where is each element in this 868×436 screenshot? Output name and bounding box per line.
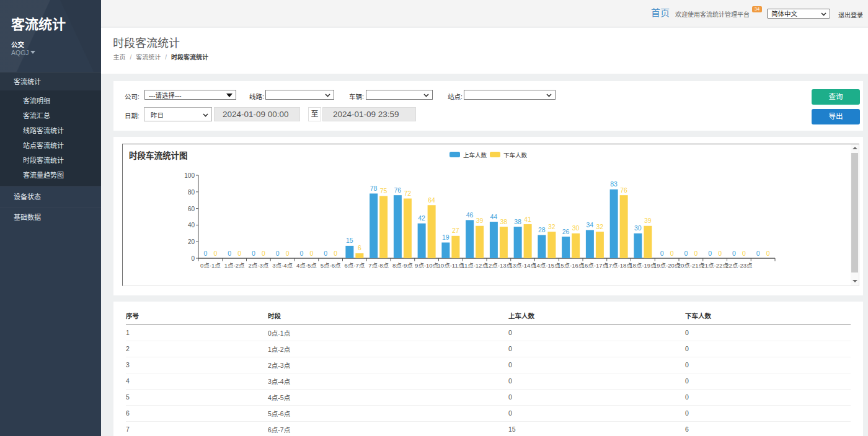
svg-text:19: 19 bbox=[442, 233, 450, 241]
svg-text:15点-16点: 15点-16点 bbox=[557, 262, 585, 269]
svg-text:2点-3点: 2点-3点 bbox=[249, 262, 269, 269]
svg-text:64: 64 bbox=[428, 196, 435, 204]
svg-text:76: 76 bbox=[394, 186, 402, 194]
svg-text:46: 46 bbox=[466, 211, 474, 219]
svg-text:22点-23点: 22点-23点 bbox=[725, 262, 753, 269]
svg-text:8点-9点: 8点-9点 bbox=[392, 262, 413, 269]
svg-text:0: 0 bbox=[309, 250, 313, 257]
svg-text:28: 28 bbox=[538, 226, 546, 233]
svg-text:0: 0 bbox=[742, 250, 746, 257]
svg-text:时段车流统计图: 时段车流统计图 bbox=[129, 150, 188, 160]
svg-text:9点-10点: 9点-10点 bbox=[415, 262, 439, 269]
svg-text:21点-22点: 21点-22点 bbox=[701, 262, 728, 269]
svg-text:19点-20点: 19点-20点 bbox=[653, 262, 681, 269]
svg-text:40: 40 bbox=[188, 222, 195, 229]
svg-text:0: 0 bbox=[213, 250, 217, 257]
svg-text:38: 38 bbox=[514, 218, 521, 225]
svg-text:39: 39 bbox=[644, 217, 652, 224]
svg-text:6点-7点: 6点-7点 bbox=[345, 262, 365, 269]
svg-text:0: 0 bbox=[252, 250, 255, 257]
svg-text:44: 44 bbox=[490, 213, 498, 220]
svg-text:0: 0 bbox=[334, 250, 337, 257]
svg-text:0: 0 bbox=[718, 250, 722, 257]
svg-text:20点-21点: 20点-21点 bbox=[678, 262, 705, 269]
svg-text:13点-14点: 13点-14点 bbox=[509, 262, 536, 269]
svg-text:上车人数: 上车人数 bbox=[463, 152, 487, 159]
svg-text:83: 83 bbox=[610, 180, 618, 188]
svg-text:27: 27 bbox=[452, 227, 459, 234]
svg-text:15: 15 bbox=[346, 237, 353, 244]
svg-text:0: 0 bbox=[694, 250, 698, 257]
svg-text:3点-4点: 3点-4点 bbox=[272, 262, 293, 269]
svg-text:39: 39 bbox=[476, 217, 484, 224]
svg-text:30: 30 bbox=[634, 224, 642, 232]
svg-text:78: 78 bbox=[370, 185, 378, 192]
svg-text:100: 100 bbox=[184, 172, 195, 179]
svg-text:32: 32 bbox=[596, 223, 604, 230]
svg-text:0: 0 bbox=[276, 250, 280, 257]
svg-text:0点-1点: 0点-1点 bbox=[200, 262, 221, 269]
svg-text:72: 72 bbox=[404, 190, 412, 197]
svg-text:0: 0 bbox=[766, 250, 770, 257]
svg-text:1点-2点: 1点-2点 bbox=[224, 262, 245, 269]
svg-text:11点-12点: 11点-12点 bbox=[461, 262, 488, 269]
svg-text:34: 34 bbox=[587, 221, 594, 229]
svg-text:20: 20 bbox=[188, 238, 195, 245]
svg-text:10点-11点: 10点-11点 bbox=[438, 262, 464, 269]
svg-text:0: 0 bbox=[756, 250, 760, 257]
svg-text:0: 0 bbox=[708, 250, 712, 257]
svg-text:26: 26 bbox=[562, 228, 570, 235]
svg-text:下车人数: 下车人数 bbox=[503, 152, 528, 159]
svg-text:0: 0 bbox=[191, 255, 195, 262]
svg-text:0: 0 bbox=[286, 250, 290, 257]
svg-text:0: 0 bbox=[203, 250, 207, 257]
svg-text:7点-8点: 7点-8点 bbox=[368, 262, 389, 269]
svg-text:18点-19点: 18点-19点 bbox=[629, 262, 657, 269]
svg-text:17点-18点: 17点-18点 bbox=[605, 262, 632, 269]
svg-text:12点-13点: 12点-13点 bbox=[485, 262, 513, 269]
svg-text:60: 60 bbox=[188, 206, 195, 212]
svg-text:0: 0 bbox=[237, 250, 241, 257]
svg-text:30: 30 bbox=[572, 224, 580, 232]
svg-text:6: 6 bbox=[358, 244, 361, 251]
svg-text:0: 0 bbox=[299, 250, 303, 257]
svg-text:0: 0 bbox=[262, 250, 265, 257]
svg-text:0: 0 bbox=[670, 250, 674, 257]
svg-text:4点-5点: 4点-5点 bbox=[296, 262, 317, 269]
svg-text:0: 0 bbox=[684, 250, 688, 257]
svg-text:16点-17点: 16点-17点 bbox=[582, 262, 609, 269]
svg-text:0: 0 bbox=[660, 250, 664, 257]
svg-text:32: 32 bbox=[548, 223, 556, 230]
svg-text:42: 42 bbox=[418, 214, 425, 222]
svg-text:75: 75 bbox=[380, 187, 388, 194]
svg-text:76: 76 bbox=[620, 186, 627, 194]
svg-text:0: 0 bbox=[324, 250, 327, 257]
svg-text:80: 80 bbox=[188, 189, 195, 196]
svg-text:0: 0 bbox=[732, 250, 736, 257]
svg-text:5点-6点: 5点-6点 bbox=[321, 262, 341, 269]
svg-text:38: 38 bbox=[500, 218, 508, 225]
svg-text:41: 41 bbox=[524, 216, 531, 223]
svg-text:14点-15点: 14点-15点 bbox=[533, 262, 560, 269]
svg-text:0: 0 bbox=[228, 250, 231, 257]
